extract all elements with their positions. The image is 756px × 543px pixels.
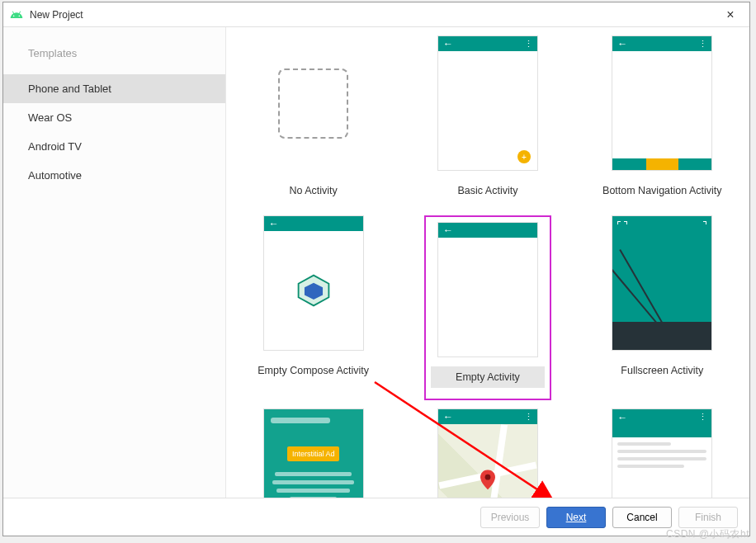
preview-fullscreen (612, 215, 712, 351)
template-fullscreen-activity[interactable]: Fullscreen Activity (579, 215, 744, 400)
preview-empty-compose: ← (263, 215, 364, 351)
fab-icon: + (517, 150, 531, 163)
template-label: No Activity (289, 171, 337, 207)
template-list-activity[interactable]: ←⋮ ★ (579, 408, 744, 498)
back-arrow-icon: ← (443, 39, 453, 49)
menu-dots-icon: ⋮ (524, 413, 532, 422)
template-label: Empty Activity (431, 357, 545, 394)
menu-dots-icon: ⋮ (698, 40, 706, 49)
sidebar-item-wear-os[interactable]: Wear OS (3, 103, 225, 132)
template-map-activity[interactable]: ←⋮ (405, 408, 570, 498)
dialog-footer: Previous Next Cancel Finish (3, 498, 749, 536)
map-pin-icon (480, 470, 495, 489)
preview-map: ←⋮ (437, 408, 538, 498)
template-bottom-navigation-activity[interactable]: ←⋮ Bottom Navigation Activity (579, 35, 744, 207)
template-basic-activity[interactable]: ←⋮ + Basic Activity (405, 35, 570, 207)
template-grid: No Activity ←⋮ + Basic Activity ←⋮ B (226, 35, 749, 498)
template-empty-activity[interactable]: ← Empty Activity (405, 215, 570, 400)
ad-badge: Interstitial Ad (287, 446, 340, 461)
menu-dots-icon: ⋮ (698, 413, 706, 422)
jetpack-compose-icon (295, 272, 333, 309)
android-icon (10, 8, 23, 21)
back-arrow-icon: ← (269, 219, 279, 229)
template-grid-area[interactable]: No Activity ←⋮ + Basic Activity ←⋮ B (226, 27, 749, 498)
sidebar-item-android-tv[interactable]: Android TV (3, 132, 225, 161)
fullscreen-corners-icon (617, 221, 627, 231)
template-label: Basic Activity (458, 171, 518, 207)
cancel-button[interactable]: Cancel (612, 507, 672, 528)
template-no-activity[interactable]: No Activity (231, 35, 396, 207)
sidebar: Templates Phone and Tablet Wear OS Andro… (3, 27, 226, 498)
svg-point-2 (485, 475, 491, 480)
watermark-text: CSDN @小码农ht (666, 527, 749, 541)
preview-list: ←⋮ ★ (612, 408, 712, 498)
sidebar-item-automotive[interactable]: Automotive (3, 161, 225, 190)
preview-interstitial-ad: Interstitial Ad (263, 408, 364, 498)
back-arrow-icon: ← (443, 412, 453, 422)
back-arrow-icon: ← (443, 225, 453, 235)
sidebar-header: Templates (3, 47, 225, 74)
template-label: Bottom Navigation Activity (602, 171, 722, 207)
finish-button: Finish (678, 507, 738, 528)
template-label: Fullscreen Activity (621, 351, 703, 387)
preview-basic-activity: ←⋮ + (437, 35, 538, 171)
selection-highlight: ← Empty Activity (424, 215, 551, 400)
new-project-dialog: New Project × Templates Phone and Tablet… (2, 2, 750, 536)
titlebar-title: New Project (30, 9, 718, 21)
dashed-placeholder-icon (278, 68, 348, 139)
preview-empty-activity: ← (437, 222, 538, 357)
next-button[interactable]: Next (546, 507, 606, 528)
back-arrow-icon: ← (617, 39, 627, 49)
dialog-body: Templates Phone and Tablet Wear OS Andro… (3, 27, 749, 498)
template-empty-compose-activity[interactable]: ← Empty Compose Activity (231, 215, 396, 400)
sidebar-item-phone-tablet[interactable]: Phone and Tablet (3, 74, 225, 103)
template-label: Empty Compose Activity (258, 351, 369, 387)
fullscreen-corners-icon (697, 221, 706, 231)
template-ad-activity[interactable]: Interstitial Ad (231, 408, 396, 498)
back-arrow-icon: ← (617, 413, 627, 423)
close-button[interactable]: × (718, 2, 743, 27)
previous-button: Previous (480, 507, 540, 528)
titlebar: New Project × (3, 2, 749, 27)
preview-bottom-nav: ←⋮ (612, 35, 712, 171)
preview-no-activity (263, 35, 364, 171)
bottom-nav-icon (612, 158, 711, 170)
menu-dots-icon: ⋮ (524, 40, 532, 49)
